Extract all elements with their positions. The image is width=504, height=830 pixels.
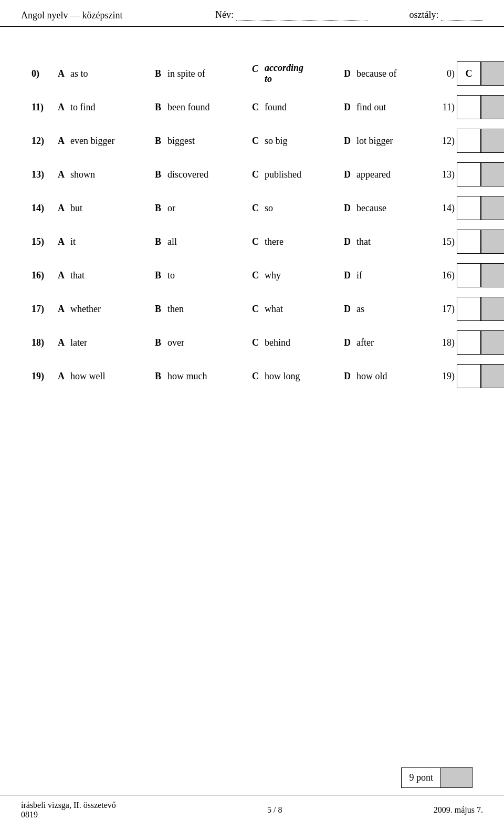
q0-b-letter: B	[155, 68, 164, 79]
q19-a-text: how well	[70, 371, 106, 382]
q15-b-text: all	[167, 236, 177, 247]
ans-num-15: 15)	[436, 236, 455, 247]
q13-d-text: appeared	[356, 169, 391, 180]
ans-box-16	[457, 263, 481, 287]
q-num-19: 19)	[32, 371, 58, 382]
ans-box-13-filled	[481, 162, 504, 186]
q-num-17: 17)	[32, 304, 58, 315]
q16-d-text: if	[356, 270, 362, 281]
q11-a-text: to find	[70, 102, 96, 113]
q18-b-letter: B	[155, 337, 164, 348]
q0-d-letter: D	[344, 68, 353, 79]
q16-opt-c: C why	[252, 270, 344, 281]
answer-area-13: 13)	[436, 162, 504, 186]
q-num-14: 14)	[32, 203, 58, 214]
ans-box-12-filled	[481, 129, 504, 153]
q11-d-text: find out	[356, 102, 386, 113]
q0-opt-d: D because of	[344, 68, 436, 79]
q13-opt-d: D appeared	[344, 169, 436, 180]
q16-d-letter: D	[344, 270, 353, 281]
q19-opt-b: B how much	[155, 371, 252, 382]
footer-left: írásbeli vizsga, II. összetevő 0819	[21, 801, 116, 819]
q19-d-text: how old	[356, 371, 387, 382]
question-row-11: 11) A to find B been found C found D fin…	[32, 92, 472, 122]
q11-c-letter: C	[252, 102, 261, 113]
q16-c-letter: C	[252, 270, 261, 281]
answer-area-17: 17)	[436, 297, 504, 321]
q13-c-letter: C	[252, 169, 261, 180]
answer-area-18: 18)	[436, 330, 504, 355]
q12-d-letter: D	[344, 136, 353, 147]
q0-a-text: as to	[70, 68, 88, 79]
q13-a-text: shown	[70, 169, 95, 180]
q0-c-text: according to	[265, 63, 303, 85]
question-row-14: 14) A but B or C so D because	[32, 193, 472, 223]
q-num-16: 16)	[32, 270, 58, 281]
q12-b-letter: B	[155, 136, 164, 147]
q17-a-letter: A	[58, 304, 67, 315]
q13-opt-b: B discovered	[155, 169, 252, 180]
q19-a-letter: A	[58, 371, 67, 382]
q12-d-text: lot bigger	[356, 136, 393, 147]
q-options-11: A to find B been found C found D find ou…	[58, 102, 436, 113]
q18-c-text: behind	[265, 337, 290, 348]
q12-a-text: even bigger	[70, 136, 114, 147]
q13-b-letter: B	[155, 169, 164, 180]
q-options-19: A how well B how much C how long D how o…	[58, 371, 436, 382]
q-options-14: A but B or C so D because	[58, 203, 436, 214]
ans-box-18-filled	[481, 330, 504, 355]
score-label: 9 pont	[401, 767, 441, 788]
q11-b-text: been found	[167, 102, 209, 113]
q17-d-letter: D	[344, 304, 353, 315]
q17-opt-c: C what	[252, 304, 344, 315]
ans-num-19: 19)	[436, 371, 455, 382]
q17-b-text: then	[167, 304, 184, 315]
q12-opt-d: D lot bigger	[344, 136, 436, 147]
answer-area-16: 16)	[436, 263, 504, 287]
q11-c-text: found	[265, 102, 287, 113]
q17-d-text: as	[356, 304, 364, 315]
q17-b-letter: B	[155, 304, 164, 315]
q18-opt-d: D after	[344, 337, 436, 348]
q13-b-text: discovered	[167, 169, 208, 180]
q-options-18: A later B over C behind D after	[58, 337, 436, 348]
ans-num-13: 13)	[436, 169, 455, 180]
q11-d-letter: D	[344, 102, 353, 113]
page-footer: írásbeli vizsga, II. összetevő 0819 5 / …	[0, 795, 504, 819]
q16-b-letter: B	[155, 270, 164, 281]
q0-d-text: because of	[356, 68, 396, 79]
footer-right: 2009. május 7.	[434, 805, 483, 815]
score-value-box	[441, 767, 472, 788]
q14-a-letter: A	[58, 203, 67, 214]
q-options-12: A even bigger B biggest C so big D lot b…	[58, 136, 436, 147]
q18-a-text: later	[70, 337, 87, 348]
q0-opt-b: B in spite of	[155, 68, 252, 79]
ans-box-18	[457, 330, 481, 355]
exam-title: Angol nyelv — középszint	[21, 10, 122, 21]
questions-table: 0) A as to B in spite of C according to	[32, 58, 472, 391]
ans-num-18: 18)	[436, 337, 455, 348]
q-num-12: 12)	[32, 136, 58, 147]
ans-box-17	[457, 297, 481, 321]
q12-c-text: so big	[265, 136, 288, 147]
ans-box-14	[457, 196, 481, 220]
q-options-13: A shown B discovered C published D appea…	[58, 169, 436, 180]
q16-opt-d: D if	[344, 270, 436, 281]
q-options-0: A as to B in spite of C according to D b	[58, 63, 436, 85]
ans-box-12	[457, 129, 481, 153]
q13-d-letter: D	[344, 169, 353, 180]
answer-area-15: 15)	[436, 230, 504, 254]
q16-a-letter: A	[58, 270, 67, 281]
q12-opt-c: C so big	[252, 136, 344, 147]
ans-box-19-filled	[481, 364, 504, 388]
q15-d-text: that	[356, 236, 371, 247]
q16-c-text: why	[265, 270, 281, 281]
q14-a-text: but	[70, 203, 82, 214]
q13-c-text: published	[265, 169, 301, 180]
q18-opt-c: C behind	[252, 337, 344, 348]
ans-box-14-filled	[481, 196, 504, 220]
q17-c-text: what	[265, 304, 283, 315]
q15-c-text: there	[265, 236, 284, 247]
answer-area-12: 12)	[436, 129, 504, 153]
q16-a-text: that	[70, 270, 85, 281]
